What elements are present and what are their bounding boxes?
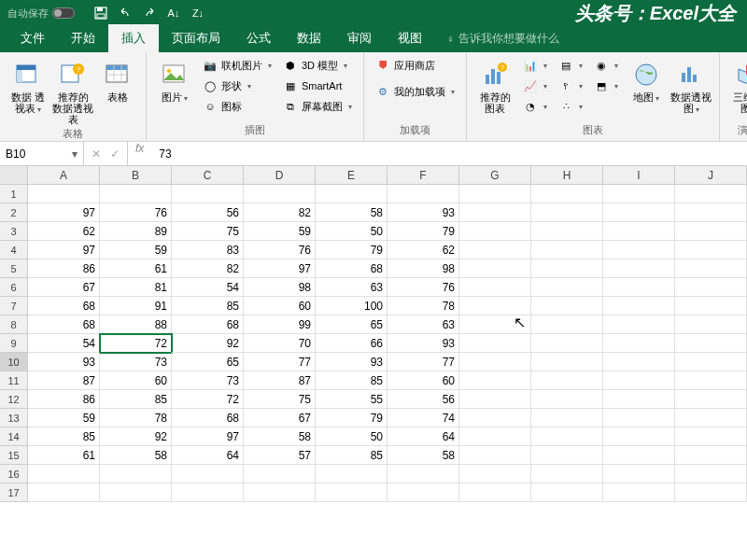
cell[interactable] xyxy=(675,371,747,390)
enter-icon[interactable]: ✓ xyxy=(110,147,120,161)
cell[interactable] xyxy=(675,483,747,502)
cell[interactable] xyxy=(675,427,747,446)
autosave-toggle[interactable] xyxy=(52,7,75,19)
pictures-button[interactable]: 图片 xyxy=(154,56,195,105)
cell[interactable] xyxy=(459,278,531,297)
cell[interactable] xyxy=(675,222,747,241)
cell[interactable] xyxy=(172,465,244,483)
table-button[interactable]: 表格 xyxy=(97,56,138,103)
cell[interactable] xyxy=(459,297,531,315)
cell[interactable]: 85 xyxy=(172,297,244,315)
cell[interactable] xyxy=(675,409,747,427)
cell[interactable] xyxy=(675,203,747,222)
stat-chart-button[interactable]: ⫯ xyxy=(555,77,586,95)
fx-icon[interactable]: fx xyxy=(128,142,151,165)
cell[interactable] xyxy=(531,334,603,353)
cell[interactable] xyxy=(388,465,459,483)
cell[interactable] xyxy=(675,278,747,297)
cell[interactable]: 93 xyxy=(316,353,388,371)
cell[interactable] xyxy=(459,203,531,222)
cell[interactable]: 67 xyxy=(244,409,316,427)
row-header[interactable]: 2 xyxy=(0,203,28,222)
cell[interactable] xyxy=(388,185,459,203)
col-header-I[interactable]: I xyxy=(603,166,675,184)
cell[interactable]: 54 xyxy=(28,334,100,353)
cell[interactable]: 59 xyxy=(244,222,316,241)
cell[interactable] xyxy=(675,315,747,334)
cell[interactable] xyxy=(675,465,747,483)
map-chart-button[interactable]: 地图 xyxy=(626,56,667,105)
row-header[interactable]: 3 xyxy=(0,222,28,241)
cell[interactable] xyxy=(459,334,531,353)
cell[interactable]: 87 xyxy=(28,371,100,390)
online-pictures-button[interactable]: 📷联机图片 xyxy=(199,56,275,75)
cell[interactable] xyxy=(603,259,675,278)
col-header-G[interactable]: G xyxy=(459,166,531,184)
pie-chart-button[interactable]: ◔ xyxy=(519,97,551,116)
combo-chart-button[interactable]: ⬒ xyxy=(590,77,622,95)
cell[interactable] xyxy=(459,185,531,203)
cell[interactable]: 86 xyxy=(28,390,100,409)
cell[interactable] xyxy=(531,278,603,297)
cell[interactable] xyxy=(603,185,675,203)
cell[interactable] xyxy=(603,222,675,241)
cell[interactable]: 85 xyxy=(28,427,100,446)
row-header[interactable]: 6 xyxy=(0,278,28,297)
cell[interactable]: 79 xyxy=(388,222,459,241)
cell[interactable]: 85 xyxy=(316,446,388,465)
cell[interactable] xyxy=(244,185,316,203)
cell[interactable]: 50 xyxy=(316,222,388,241)
row-header[interactable]: 11 xyxy=(0,371,28,390)
save-icon[interactable] xyxy=(90,2,112,24)
cell[interactable]: 72 xyxy=(172,390,244,409)
cell[interactable]: 76 xyxy=(388,278,459,297)
cell[interactable]: 64 xyxy=(172,446,244,465)
cell[interactable]: 56 xyxy=(388,390,459,409)
cell[interactable]: 73 xyxy=(100,353,172,371)
cell[interactable] xyxy=(459,315,531,334)
3d-map-button[interactable]: 三维地 图 xyxy=(727,56,747,116)
cell[interactable] xyxy=(459,390,531,409)
cell[interactable] xyxy=(459,371,531,390)
cell[interactable]: 68 xyxy=(172,315,244,334)
name-box[interactable]: ▾ xyxy=(0,142,84,165)
cell[interactable] xyxy=(28,465,100,483)
cell[interactable] xyxy=(603,409,675,427)
cell[interactable]: 78 xyxy=(100,409,172,427)
cell[interactable] xyxy=(531,259,603,278)
cell[interactable]: 62 xyxy=(28,222,100,241)
cell[interactable] xyxy=(459,409,531,427)
cell[interactable] xyxy=(316,185,388,203)
cell[interactable] xyxy=(459,427,531,446)
cell[interactable] xyxy=(100,185,172,203)
tab-视图[interactable]: 视图 xyxy=(385,24,435,52)
cell[interactable]: 74 xyxy=(388,409,459,427)
row-header[interactable]: 9 xyxy=(0,334,28,353)
cell[interactable] xyxy=(675,297,747,315)
cell[interactable] xyxy=(603,297,675,315)
cell[interactable]: 75 xyxy=(244,390,316,409)
tab-页面布局[interactable]: 页面布局 xyxy=(159,24,233,52)
cell[interactable]: 58 xyxy=(244,427,316,446)
row-header[interactable]: 7 xyxy=(0,297,28,315)
3d-model-button[interactable]: ⬢3D 模型 xyxy=(279,56,356,75)
cell[interactable] xyxy=(316,465,388,483)
name-box-input[interactable] xyxy=(6,147,62,161)
cell[interactable] xyxy=(459,446,531,465)
name-box-dropdown-icon[interactable]: ▾ xyxy=(72,147,78,161)
cell[interactable]: 50 xyxy=(316,427,388,446)
sort-desc-icon[interactable]: Z↓ xyxy=(187,2,209,24)
cell[interactable]: 72 xyxy=(100,334,172,353)
store-button[interactable]: ⛊应用商店 xyxy=(372,56,458,75)
cell[interactable]: 81 xyxy=(100,278,172,297)
cell[interactable]: 73 xyxy=(172,371,244,390)
cell[interactable] xyxy=(675,390,747,409)
cell[interactable] xyxy=(459,222,531,241)
cell[interactable] xyxy=(603,278,675,297)
cell[interactable]: 60 xyxy=(388,371,459,390)
cell[interactable]: 75 xyxy=(172,222,244,241)
cell[interactable]: 56 xyxy=(172,203,244,222)
cell[interactable]: 82 xyxy=(244,203,316,222)
bar-chart-button[interactable]: 📊 xyxy=(519,56,551,75)
cell[interactable]: 93 xyxy=(388,334,459,353)
